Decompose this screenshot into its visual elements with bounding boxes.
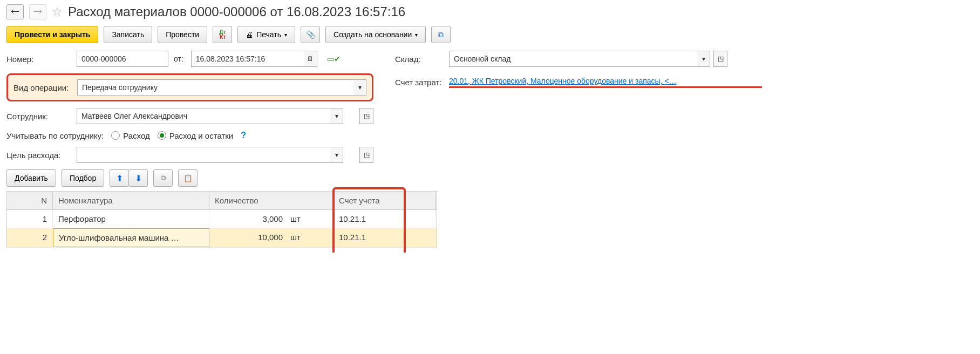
number-label: Номер: xyxy=(6,55,71,64)
calendar-button[interactable]: 🗓 xyxy=(304,51,317,67)
printer-icon: 🖨 xyxy=(246,30,253,39)
col-header-nomenclature[interactable]: Номенклатура xyxy=(53,192,209,209)
purpose-label: Цель расхода: xyxy=(6,151,71,160)
select-items-button[interactable]: Подбор xyxy=(62,169,104,187)
employee-label: Сотрудник: xyxy=(6,112,71,121)
chevron-down-icon: ▾ xyxy=(335,151,338,159)
operation-type-input[interactable]: Передача сотруднику xyxy=(77,79,353,96)
radio-expense-and-balance[interactable]: Расход и остатки xyxy=(158,131,234,140)
table-row[interactable]: 1 Перфоратор 3,000шт 10.21.1 xyxy=(7,210,437,228)
open-icon: ◳ xyxy=(718,55,724,63)
paste-icon: 📋 xyxy=(183,174,193,182)
print-button[interactable]: 🖨 Печать ▾ xyxy=(237,26,295,43)
post-button[interactable]: Провести xyxy=(158,26,207,43)
calendar-icon: 🗓 xyxy=(307,55,314,63)
paste-button[interactable]: 📋 xyxy=(178,169,198,187)
employee-dropdown-button[interactable]: ▾ xyxy=(330,108,343,124)
copy-icon: ⧉ xyxy=(161,174,166,182)
cost-account-link[interactable]: 20.01, ЖК Петровский, Малоценное оборудо… xyxy=(449,77,677,85)
operation-type-group: Вид операции: Передача сотруднику ▾ xyxy=(6,73,373,101)
cost-account-label: Счет затрат: xyxy=(395,78,449,87)
move-up-button[interactable]: ⬆ xyxy=(110,169,129,187)
chevron-down-icon: ▾ xyxy=(415,32,418,38)
favorite-star-icon[interactable]: ☆ xyxy=(52,5,63,19)
nav-forward-button[interactable]: 🡒 xyxy=(29,4,46,19)
purpose-dropdown-button[interactable]: ▾ xyxy=(330,147,343,163)
purpose-input[interactable] xyxy=(77,147,330,163)
chevron-down-icon: ▾ xyxy=(284,32,287,38)
col-header-quantity[interactable]: Количество xyxy=(209,192,334,209)
warehouse-input[interactable]: Основной склад xyxy=(449,51,697,67)
nav-back-button[interactable]: 🡐 xyxy=(6,4,24,19)
date-label: от: xyxy=(174,55,183,63)
materials-grid: N Номенклатура Количество Счет учета 1 П… xyxy=(6,191,437,248)
copy-button[interactable]: ⧉ xyxy=(153,169,173,187)
warehouse-open-button[interactable]: ◳ xyxy=(713,51,727,67)
posted-icon: ▭✔ xyxy=(327,55,341,63)
page-title: Расход материалов 0000-000006 от 16.08.2… xyxy=(68,4,405,19)
save-button[interactable]: Записать xyxy=(104,26,152,43)
chevron-down-icon: ▾ xyxy=(335,112,338,120)
move-down-button[interactable]: ⬇ xyxy=(128,169,148,187)
col-header-n[interactable]: N xyxy=(7,192,53,209)
structure-button[interactable]: ⧉ xyxy=(431,26,451,43)
paperclip-icon: 📎 xyxy=(306,30,315,39)
debit-credit-button[interactable]: ДтКт xyxy=(213,26,232,43)
create-based-on-button[interactable]: Создать на основании ▾ xyxy=(325,26,426,43)
radio-icon xyxy=(111,131,120,140)
help-icon[interactable]: ? xyxy=(241,131,246,140)
structure-icon: ⧉ xyxy=(438,30,444,39)
employee-open-button[interactable]: ◳ xyxy=(359,108,373,124)
warehouse-label: Склад: xyxy=(395,55,449,64)
radio-icon xyxy=(158,131,166,140)
warehouse-dropdown-button[interactable]: ▾ xyxy=(697,51,710,67)
grid-header: N Номенклатура Количество Счет учета xyxy=(7,192,437,210)
employee-input[interactable]: Матвеев Олег Александрович xyxy=(77,108,330,124)
number-input[interactable]: 0000-000006 xyxy=(77,51,168,67)
arrow-down-icon: ⬇ xyxy=(135,173,142,183)
arrow-up-icon: ⬆ xyxy=(116,173,123,183)
radio-expense[interactable]: Расход xyxy=(111,131,149,140)
open-icon: ◳ xyxy=(364,151,370,159)
chevron-down-icon: ▾ xyxy=(702,55,705,63)
add-row-button[interactable]: Добавить xyxy=(6,169,56,187)
table-row[interactable]: 2 Угло-шлифовальная машина … 10,000шт 10… xyxy=(7,228,437,248)
cost-account-underline: 20.01, ЖК Петровский, Малоценное оборудо… xyxy=(449,77,762,88)
attach-button[interactable]: 📎 xyxy=(301,26,320,43)
account-by-label: Учитывать по сотруднику: xyxy=(6,131,104,140)
open-icon: ◳ xyxy=(364,112,370,120)
purpose-open-button[interactable]: ◳ xyxy=(359,147,373,163)
post-and-close-button[interactable]: Провести и закрыть xyxy=(6,26,98,43)
col-header-account[interactable]: Счет учета xyxy=(334,192,436,209)
chevron-down-icon: ▾ xyxy=(358,84,362,91)
date-input[interactable]: 16.08.2023 16:57:16 xyxy=(191,51,304,67)
operation-type-dropdown-button[interactable]: ▾ xyxy=(353,79,366,96)
operation-type-label: Вид операции: xyxy=(13,83,77,92)
